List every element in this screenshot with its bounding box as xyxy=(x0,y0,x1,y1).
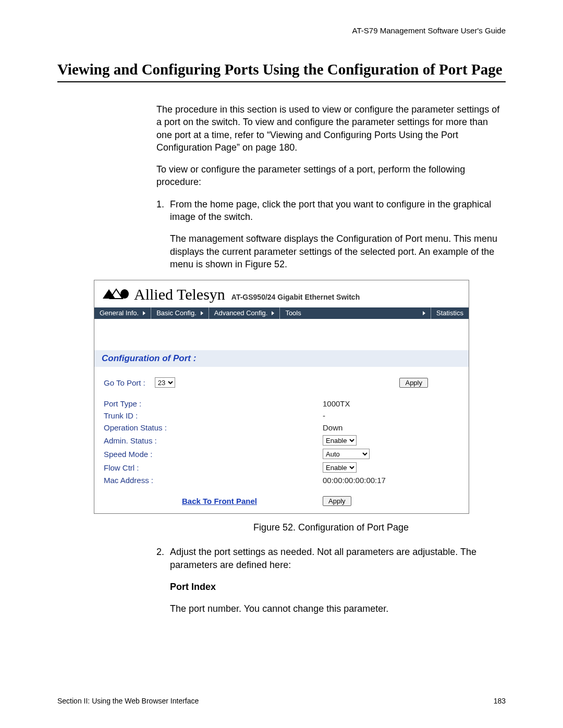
goto-port-select[interactable]: 23 xyxy=(155,377,175,388)
operation-status-row: Operation Status : Down xyxy=(104,423,459,432)
flow-ctrl-select[interactable]: Enable xyxy=(323,462,357,473)
apply-button-top[interactable]: Apply xyxy=(399,378,428,388)
mac-address-label: Mac Address : xyxy=(104,476,323,485)
bottom-row: Back To Front Panel Apply xyxy=(104,496,459,506)
speed-mode-row: Speed Mode : Auto xyxy=(104,449,459,459)
port-type-value: 1000TX xyxy=(323,399,459,408)
brand-name: Allied Telesyn xyxy=(134,286,225,303)
figure-52: Allied Telesyn AT-GS950/24 Gigabit Ether… xyxy=(94,280,469,514)
step-1-subtext: The management software displays the Con… xyxy=(170,232,506,270)
menu-advanced-config[interactable]: Advanced Config. xyxy=(209,307,280,319)
speed-mode-label: Speed Mode : xyxy=(104,450,323,459)
flow-ctrl-label: Flow Ctrl : xyxy=(104,463,323,472)
apply-button-bottom[interactable]: Apply xyxy=(323,496,351,506)
trunk-id-row: Trunk ID : - xyxy=(104,411,459,420)
body-content-2: 2. Adjust the port settings as needed. N… xyxy=(156,546,506,615)
flow-ctrl-row: Flow Ctrl : Enable xyxy=(104,462,459,473)
operation-status-label: Operation Status : xyxy=(104,423,323,432)
step-number: 2. xyxy=(156,546,164,558)
document-header: AT-S79 Management Software User's Guide xyxy=(57,26,506,35)
port-type-label: Port Type : xyxy=(104,399,323,408)
menu-statistics[interactable]: Statistics xyxy=(431,307,469,319)
panel-body: Go To Port : 23 Apply Port Type : 1000TX… xyxy=(94,367,469,513)
menu-label: Tools xyxy=(285,307,301,319)
goto-port-label: Go To Port : xyxy=(104,378,145,387)
panel-title: Configuration of Port : xyxy=(94,350,469,367)
footer-section: Section II: Using the Web Browser Interf… xyxy=(57,697,199,705)
menu-label: Advanced Config. xyxy=(214,307,268,319)
speed-mode-select[interactable]: Auto xyxy=(323,449,370,459)
intro-paragraph-2: To view or configure the parameter setti… xyxy=(156,163,506,189)
menu-label: General Info. xyxy=(100,307,139,319)
menu-tools[interactable]: Tools xyxy=(280,307,431,319)
admin-status-select[interactable]: Enable xyxy=(323,435,357,446)
step-1-text: From the home page, click the port that … xyxy=(170,199,491,222)
param-port-index-heading: Port Index xyxy=(170,581,506,593)
svg-point-2 xyxy=(120,289,129,299)
trunk-id-value: - xyxy=(323,411,459,420)
chevron-right-icon xyxy=(423,311,425,315)
step-number: 1. xyxy=(156,198,164,211)
operation-status-value: Down xyxy=(323,423,459,432)
page-footer: Section II: Using the Web Browser Interf… xyxy=(57,697,506,705)
step-2: 2. Adjust the port settings as needed. N… xyxy=(156,546,506,615)
brand-subtitle: AT-GS950/24 Gigabit Ethernet Switch xyxy=(231,293,360,301)
brand-header: Allied Telesyn AT-GS950/24 Gigabit Ether… xyxy=(94,280,469,307)
allied-telesyn-logo-icon xyxy=(102,288,130,300)
step-1: 1. From the home page, click the port th… xyxy=(156,198,506,270)
page-title: Viewing and Configuring Ports Using the … xyxy=(57,61,506,82)
chevron-right-icon xyxy=(201,311,203,315)
footer-page-number: 183 xyxy=(494,697,506,705)
trunk-id-label: Trunk ID : xyxy=(104,411,323,420)
menu-label: Basic Config. xyxy=(156,307,197,319)
figure-caption: Figure 52. Configuration of Port Page xyxy=(156,522,506,533)
goto-port-row: Go To Port : 23 Apply xyxy=(104,377,459,388)
chevron-right-icon xyxy=(272,311,274,315)
admin-status-row: Admin. Status : Enable xyxy=(104,435,459,446)
body-content: The procedure in this section is used to… xyxy=(156,103,506,270)
menu-general-info[interactable]: General Info. xyxy=(94,307,151,319)
mac-address-row: Mac Address : 00:00:00:00:00:17 xyxy=(104,476,459,485)
back-to-front-panel-link[interactable]: Back To Front Panel xyxy=(182,497,257,505)
admin-status-label: Admin. Status : xyxy=(104,436,323,445)
step-2-text: Adjust the port settings as needed. Not … xyxy=(170,547,476,570)
chevron-right-icon xyxy=(143,311,145,315)
config-port-screenshot: Allied Telesyn AT-GS950/24 Gigabit Ether… xyxy=(94,280,469,514)
port-type-row: Port Type : 1000TX xyxy=(104,399,459,408)
menu-bar: General Info. Basic Config. Advanced Con… xyxy=(94,307,469,319)
menu-label: Statistics xyxy=(436,307,463,319)
intro-paragraph-1: The procedure in this section is used to… xyxy=(156,103,506,154)
mac-address-value: 00:00:00:00:00:17 xyxy=(323,476,459,485)
menu-basic-config[interactable]: Basic Config. xyxy=(151,307,209,319)
param-port-index-text: The port number. You cannot change this … xyxy=(170,602,506,615)
